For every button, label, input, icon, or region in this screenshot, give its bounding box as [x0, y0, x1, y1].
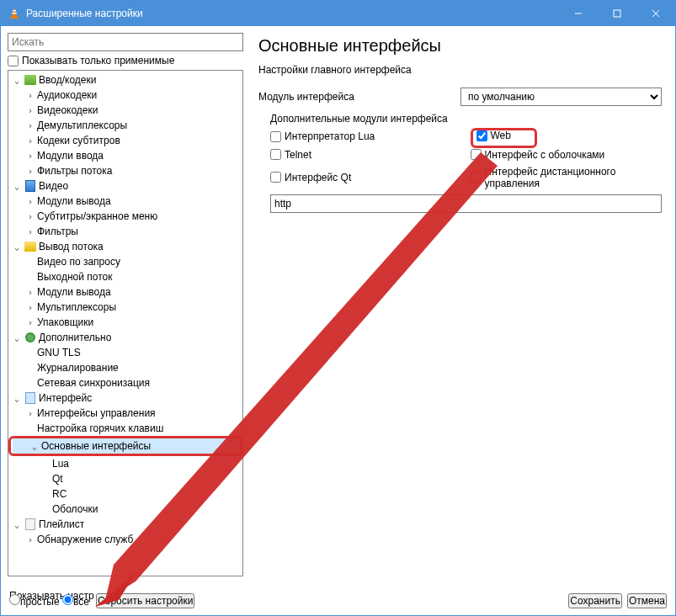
radio-simple[interactable]: простые — [9, 596, 60, 608]
chevron-right-icon[interactable]: › — [24, 167, 37, 176]
settings-tree[interactable]: ⌄Ввод/кодеки ›Аудиокодеки ›Видеокодеки ›… — [8, 70, 243, 576]
highlight-web: Web — [471, 128, 537, 148]
chevron-down-icon[interactable]: ⌄ — [10, 182, 24, 191]
playlist-icon — [25, 518, 35, 530]
chevron-down-icon[interactable]: ⌄ — [10, 333, 24, 343]
tree-out-modules[interactable]: ›Модули вывода — [8, 284, 242, 300]
chevron-right-icon[interactable]: › — [24, 409, 37, 418]
tree-rc[interactable]: RC — [8, 486, 242, 502]
tree-out-stream[interactable]: Выходной поток — [8, 269, 242, 284]
chevron-right-icon[interactable]: › — [24, 288, 37, 297]
qt-checkbox[interactable]: Интерфейс Qt — [270, 166, 462, 189]
tree-skins[interactable]: Оболочки — [8, 502, 242, 517]
tree-osd[interactable]: ›Субтитры/экранное меню — [8, 209, 242, 224]
chevron-right-icon[interactable]: › — [24, 91, 37, 100]
tree-advanced[interactable]: ⌄Дополнительно — [8, 330, 242, 345]
chevron-right-icon[interactable]: › — [24, 227, 37, 236]
tree-demux[interactable]: ›Демультиплексоры — [8, 118, 242, 133]
radio-all[interactable]: все — [62, 596, 89, 608]
tree-interface[interactable]: ⌄Интерфейс — [8, 390, 242, 406]
window-title: Расширенные настройки — [26, 8, 559, 19]
tree-sd[interactable]: ›Обнаружение служб — [8, 532, 242, 547]
chevron-right-icon[interactable]: › — [24, 136, 37, 146]
interface-module-select[interactable]: по умолчанию — [460, 88, 662, 106]
tree-stream-filters[interactable]: ›Фильтры потока — [8, 163, 242, 178]
search-input[interactable] — [8, 33, 243, 51]
tree-sub-codecs[interactable]: ›Кодеки субтитров — [8, 133, 242, 148]
modules-input[interactable] — [270, 194, 662, 213]
svg-rect-2 — [13, 10, 16, 12]
interface-icon — [25, 392, 35, 404]
tree-input-modules[interactable]: ›Модули ввода — [8, 148, 242, 163]
chevron-down-icon[interactable]: ⌄ — [10, 242, 24, 252]
page-subtitle: Настройки главного интерфейса — [258, 64, 662, 76]
tree-playlist[interactable]: ⌄Плейлист — [8, 517, 242, 532]
tree-muxers[interactable]: ›Мультиплексоры — [8, 300, 242, 315]
tree-qt[interactable]: Qt — [8, 471, 242, 486]
svg-marker-0 — [12, 8, 17, 17]
tree-main-interfaces[interactable]: ⌄Основные интерфейсы — [13, 438, 238, 454]
tree-lua[interactable]: Lua — [8, 456, 242, 471]
extra-modules-label: Дополнительные модули интерфейса — [258, 113, 662, 125]
tree-audio-codecs[interactable]: ›Аудиокодеки — [8, 88, 242, 103]
tree-ctrl-interfaces[interactable]: ›Интерфейсы управления — [8, 406, 242, 421]
svg-rect-3 — [12, 13, 16, 14]
show-only-applicable-label: Показывать только применимые — [22, 55, 174, 66]
tree-logging[interactable]: Журналирование — [8, 360, 242, 375]
show-only-applicable-input[interactable] — [8, 56, 19, 66]
tree-packagers[interactable]: ›Упаковщики — [8, 315, 242, 330]
svg-rect-5 — [614, 10, 620, 17]
output-icon — [24, 242, 36, 252]
reset-button[interactable]: Сбросить настройки — [96, 593, 194, 608]
folder-icon — [24, 75, 36, 85]
chevron-right-icon[interactable]: › — [24, 535, 37, 544]
film-icon — [25, 180, 35, 192]
minimize-button[interactable] — [559, 1, 598, 26]
rc-checkbox[interactable]: Интерфейс дистанционного управления — [471, 166, 663, 189]
titlebar: Расширенные настройки — [1, 1, 675, 26]
tree-stream-out[interactable]: ⌄Вывод потока — [8, 239, 242, 254]
telnet-checkbox[interactable]: Telnet — [270, 149, 462, 161]
tree-vod[interactable]: Видео по запросу — [8, 254, 242, 269]
skins-checkbox[interactable]: Интерфейс с оболочками — [471, 149, 663, 161]
lua-checkbox[interactable]: Интерпретатор Lua — [270, 130, 462, 144]
svg-rect-1 — [10, 17, 19, 19]
chevron-down-icon[interactable]: ⌄ — [10, 520, 24, 529]
show-only-applicable-checkbox[interactable]: Показывать только применимые — [8, 55, 243, 66]
tree-input-codecs[interactable]: ⌄Ввод/кодеки — [8, 72, 242, 88]
tree-hotkeys[interactable]: Настройка горячих клавиш — [8, 421, 242, 436]
gear-icon — [25, 332, 35, 343]
tree-output-modules[interactable]: ›Модули вывода — [8, 194, 242, 209]
vlc-cone-icon — [8, 7, 21, 20]
chevron-down-icon[interactable]: ⌄ — [10, 76, 24, 85]
tree-filters[interactable]: ›Фильтры — [8, 224, 242, 239]
chevron-right-icon[interactable]: › — [24, 303, 37, 312]
chevron-right-icon[interactable]: › — [24, 106, 37, 115]
tree-gnutls[interactable]: GNU TLS — [8, 345, 242, 360]
web-checkbox[interactable]: Web — [476, 130, 511, 141]
highlight-main-interfaces: ⌄Основные интерфейсы — [8, 436, 242, 456]
chevron-right-icon[interactable]: › — [24, 197, 37, 206]
save-button[interactable]: Сохранить — [568, 593, 622, 608]
chevron-down-icon[interactable]: ⌄ — [10, 394, 24, 403]
interface-module-label: Модуль интерфейса — [258, 91, 460, 103]
tree-video-codecs[interactable]: ›Видеокодеки — [8, 103, 242, 118]
cancel-button[interactable]: Отмена — [627, 593, 667, 608]
chevron-down-icon[interactable]: ⌄ — [28, 442, 41, 451]
page-title: Основные интерфейсы — [258, 36, 662, 56]
chevron-right-icon[interactable]: › — [24, 318, 37, 327]
tree-video[interactable]: ⌄Видео — [8, 178, 242, 194]
chevron-right-icon[interactable]: › — [24, 212, 37, 221]
tree-netsync[interactable]: Сетевая синхронизация — [8, 375, 242, 390]
close-button[interactable] — [636, 1, 675, 26]
chevron-right-icon[interactable]: › — [24, 151, 37, 161]
maximize-button[interactable] — [598, 1, 636, 26]
chevron-right-icon[interactable]: › — [24, 121, 37, 130]
